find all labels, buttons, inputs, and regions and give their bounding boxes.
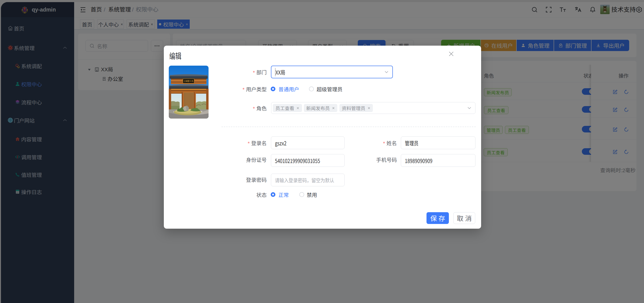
svg-text:江城里十兆: 江城里十兆: [184, 79, 194, 83]
